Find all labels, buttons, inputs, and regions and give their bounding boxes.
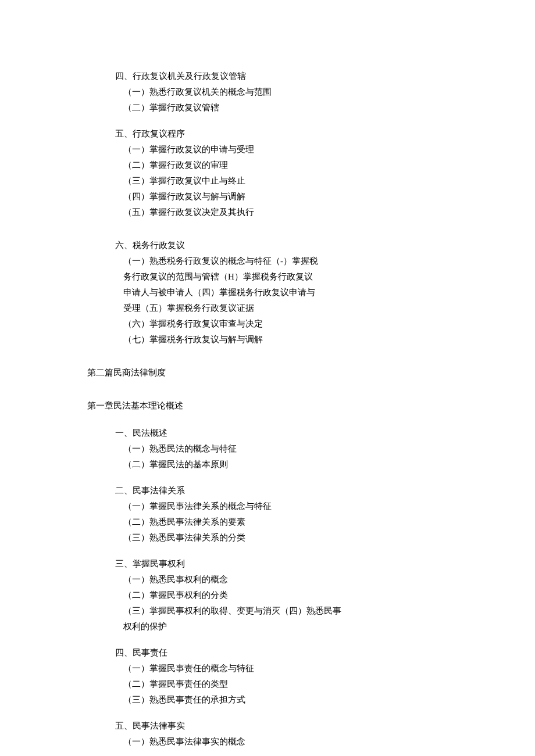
ch1-section-4-title: 四、民事责任 <box>115 645 448 661</box>
outline-item: （四）掌握行政复议与解与调解 <box>123 189 448 205</box>
section-4-title: 四、行政复议机关及行政复议管辖 <box>115 69 448 84</box>
outline-item: （二）掌握民法的基本原则 <box>123 457 448 472</box>
outline-item: （七）掌握税务行政复议与解与调解 <box>123 332 448 347</box>
outline-item: （五）掌握行政复议决定及其执行 <box>123 205 448 220</box>
section-6-title: 六、税务行政复议 <box>115 238 448 253</box>
outline-item: （二）掌握行政复议管辖 <box>123 100 448 116</box>
outline-item: （二）熟悉民事法律关系的要素 <box>123 514 448 530</box>
section-5-title: 五、行政复议程序 <box>115 126 448 142</box>
outline-item-wrapped: （一）熟悉税务行政复议的概念与特征（-）掌握税务行政复议的范围与管辖（H）掌握税… <box>123 253 320 316</box>
outline-item-wrapped: （三）掌握民事权利的取得、变更与消灭（四）熟悉民事权利的保护 <box>123 603 343 635</box>
ch1-section-2-title: 二、民事法律关系 <box>115 483 448 499</box>
part-2-title: 第二篇民商法律制度 <box>87 365 448 381</box>
outline-item: （二）掌握行政复议的审理 <box>123 157 448 173</box>
outline-item: （一）熟悉行政复议机关的概念与范围 <box>123 84 448 100</box>
ch1-section-3-title: 三、掌握民事权利 <box>115 556 448 572</box>
outline-item: （二）掌握民事权利的分类 <box>123 587 448 603</box>
outline-item: （六）掌握税务行政复议审查与决定 <box>123 316 448 332</box>
ch1-section-1-title: 一、民法概述 <box>115 425 448 441</box>
outline-item: （一）掌握民事责任的概念与特征 <box>123 661 448 676</box>
outline-item: （二）掌握民事责任的类型 <box>123 676 448 692</box>
outline-item: （一）熟悉民事权利的概念 <box>123 572 448 587</box>
outline-item: （三）掌握行政复议中止与终止 <box>123 173 448 189</box>
outline-item: （一）掌握民事法律关系的概念与特征 <box>123 499 448 514</box>
outline-item: （三）熟悉民事法律关系的分类 <box>123 530 448 546</box>
outline-item: （一）掌握行政复议的申请与受理 <box>123 142 448 157</box>
outline-item: （一）熟悉民法的概念与特征 <box>123 441 448 457</box>
outline-item: （三）熟悉民事责任的承担方式 <box>123 692 448 708</box>
ch1-section-5-title: 五、民事法律事实 <box>115 718 448 734</box>
chapter-1-title: 第一章民法基本理论概述 <box>87 398 448 414</box>
outline-item: （一）熟悉民事法律事实的概念 <box>123 734 448 750</box>
